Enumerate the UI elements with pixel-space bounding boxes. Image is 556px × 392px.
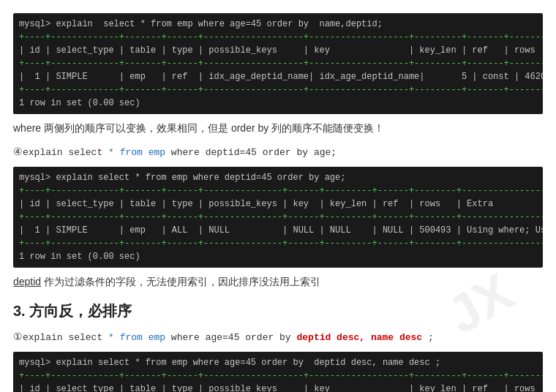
text-note-2: deptid 作为过滤条件的字段，无法使用索引，因此排序没法用上索引 xyxy=(13,274,543,291)
underline-deptid: deptid xyxy=(13,276,41,287)
text-note-1: where 两侧列的顺序可以变换，效果相同，但是 order by 列的顺序不能… xyxy=(13,120,543,137)
query-label-2: ④explain select * from emp where deptid=… xyxy=(13,143,543,161)
main-content: mysql> explain select * from emp where a… xyxy=(0,0,556,392)
section-heading-3: 3. 方向反，必排序 xyxy=(13,301,543,321)
terminal-1: mysql> explain select * from emp where a… xyxy=(13,13,543,114)
terminal-3: mysql> explain select * from emp where a… xyxy=(13,352,543,392)
query-label-3: ①explain select * from emp where age=45 … xyxy=(13,328,543,346)
terminal-2: mysql> explain select * from emp where d… xyxy=(13,167,543,268)
